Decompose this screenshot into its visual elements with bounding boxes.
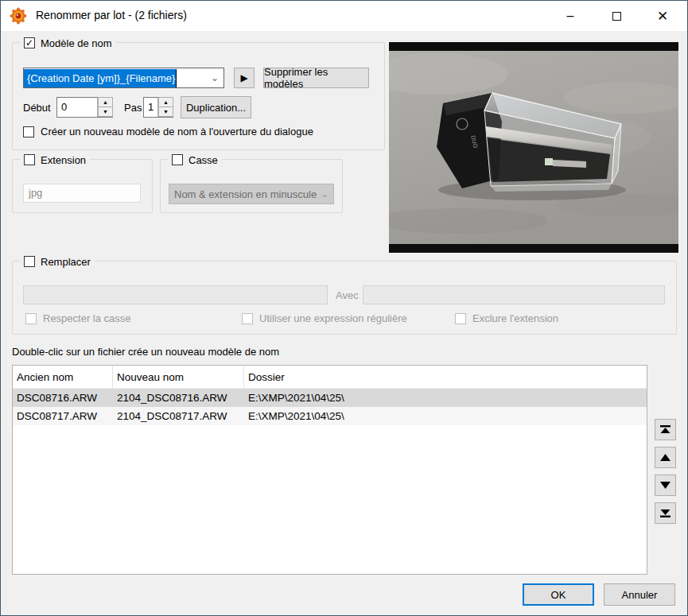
template-combobox[interactable]: {Creation Date [ym]}_{Filename} ⌄ [23,68,224,88]
play-icon: ▶ [240,72,247,83]
new-template-on-open-row: Créer un nouveau modèle de nom à l'ouver… [23,126,313,138]
table-row[interactable]: DSC08717.ARW 2104_DSC08717.ARW E:\XMP\20… [13,407,647,425]
new-template-on-open-label: Créer un nouveau modèle de nom à l'ouver… [41,126,313,138]
move-down-icon [659,481,671,490]
ok-button[interactable]: OK [523,583,594,606]
regex-checkbox[interactable] [242,313,253,324]
start-spinner[interactable]: 0 ▲ ▼ [56,97,113,118]
start-label: Début [23,102,51,114]
xnview-app-icon [10,7,27,25]
window-title: Renommer par lot - (2 fichiers) [36,9,187,21]
start-value: 0 [57,98,97,117]
batch-rename-dialog: Renommer par lot - (2 fichiers) – ✕ ✓ Mo… [0,0,688,616]
cancel-button[interactable]: Annuler [604,583,675,606]
move-down-button[interactable] [655,475,676,496]
maximize-button[interactable] [593,1,639,31]
chevron-down-icon: ⌄ [317,184,333,203]
move-to-top-icon [659,424,671,435]
column-header-new-name[interactable]: Nouveau nom [113,366,244,388]
step-label: Pas [124,102,142,114]
move-up-button[interactable] [655,447,676,468]
maximize-icon [612,12,621,21]
minimize-icon: – [567,9,574,23]
table-header: Ancien nom Nouveau nom Dossier [13,366,647,389]
exclude-extension-row: Exclure l'extension [455,312,558,324]
close-button[interactable]: ✕ [639,1,686,31]
preview-photo: DUO [389,42,678,253]
move-to-top-button[interactable] [655,419,676,440]
match-case-checkbox[interactable] [25,313,37,324]
image-preview: DUO [389,42,678,253]
extension-input[interactable]: jpg [23,184,141,203]
files-table[interactable]: Ancien nom Nouveau nom Dossier DSC08716.… [12,365,647,575]
replace-with-input[interactable] [363,285,665,304]
move-to-bottom-icon [659,508,671,518]
minimize-button[interactable]: – [547,1,593,31]
cancel-label: Annuler [622,589,658,601]
case-label: Casse [189,154,218,166]
cell-new-name: 2104_DSC08716.ARW [113,392,244,404]
duplication-label: Duplication... [186,102,246,114]
name-template-label: Modèle de nom [41,37,112,49]
column-header-folder[interactable]: Dossier [244,366,647,388]
duplication-button[interactable]: Duplication... [181,96,251,118]
case-dropdown[interactable]: Nom & extension en minuscule ⌄ [169,184,334,204]
delete-templates-button[interactable]: Supprimer les modèles [263,68,369,88]
match-case-label: Respecter la casse [43,312,131,324]
close-icon: ✕ [657,8,668,25]
delete-templates-label: Supprimer les modèles [264,66,368,90]
replace-search-input[interactable] [23,285,328,304]
match-case-row: Respecter la casse [25,312,131,324]
regex-row: Utiliser une expression régulière [242,312,407,324]
replace-label: Remplacer [41,256,91,268]
with-label: Avec [336,289,359,301]
cell-old-name: DSC08717.ARW [13,410,113,422]
chevron-down-icon[interactable]: ⌄ [206,68,224,87]
move-to-bottom-button[interactable] [655,502,676,524]
apply-template-button[interactable]: ▶ [234,68,255,88]
spin-down-icon[interactable]: ▼ [98,107,113,117]
move-up-icon [659,453,671,462]
template-combobox-value: {Creation Date [ym]}_{Filename} [24,69,177,87]
case-checkbox[interactable] [172,154,183,165]
extension-value: jpg [29,187,42,199]
extension-checkbox[interactable] [24,154,35,165]
cell-folder: E:\XMP\2021\04\25\ [244,392,647,404]
table-row[interactable]: DSC08716.ARW 2104_DSC08716.ARW E:\XMP\20… [13,389,647,407]
cell-new-name: 2104_DSC08717.ARW [113,410,244,422]
case-dropdown-value: Nom & extension en minuscule [169,185,317,203]
name-template-checkbox[interactable]: ✓ [24,37,35,48]
step-value: 1 [144,98,157,117]
replace-checkbox[interactable] [24,256,35,267]
extension-label: Extension [41,154,86,166]
exclude-extension-checkbox[interactable] [455,313,466,324]
cell-old-name: DSC08716.ARW [13,392,113,404]
titlebar[interactable]: Renommer par lot - (2 fichiers) – ✕ [1,1,687,31]
new-template-on-open-checkbox[interactable] [23,126,34,138]
column-header-old-name[interactable]: Ancien nom [13,366,113,388]
regex-label: Utiliser une expression régulière [259,312,407,324]
spin-down-icon[interactable]: ▼ [158,107,173,117]
cell-folder: E:\XMP\2021\04\25\ [244,410,647,422]
exclude-extension-label: Exclure l'extension [472,312,558,324]
step-spinner[interactable]: 1 ▲ ▼ [143,97,173,118]
double-click-hint: Double-clic sur un fichier crée un nouve… [12,346,279,358]
ok-label: OK [551,589,566,601]
